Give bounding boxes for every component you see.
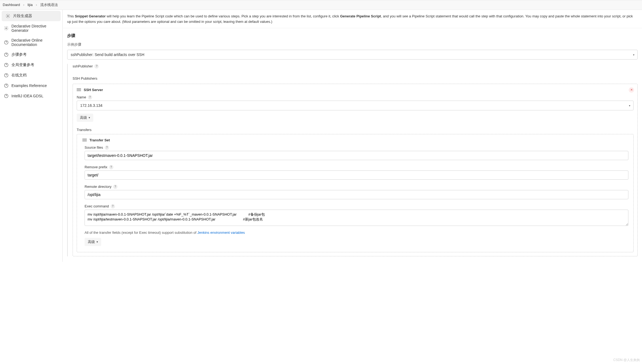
intro-text: This Snippet Generator will help you lea…	[63, 14, 642, 28]
name-label: Name	[77, 95, 86, 99]
env-vars-link[interactable]: Jenkins environment variables	[197, 231, 245, 235]
help-icon	[4, 40, 9, 45]
drag-handle-icon[interactable]	[77, 88, 81, 91]
breadcrumb: Dashboard › lijia › 流水线语法	[0, 0, 642, 10]
breadcrumb-dashboard[interactable]: Dashboard	[3, 3, 20, 7]
name-select[interactable]: 172.16.3.134	[77, 101, 634, 110]
remote-dir-label: Remote directory	[85, 185, 111, 189]
sidebar-item-label: 步骤参考	[11, 52, 27, 57]
help-icon[interactable]: ?	[105, 145, 109, 150]
sidebar-item-examples[interactable]: Examples Reference	[0, 80, 62, 91]
sidebar-item-directive-generator[interactable]: Declarative Directive Generator	[0, 21, 62, 35]
sshpublisher-title: sshPublisher ?	[73, 64, 99, 69]
chevron-down-icon: ▾	[97, 240, 98, 243]
help-icon[interactable]: ?	[94, 64, 99, 69]
sidebar: 片段生成器 Declarative Directive Generator De…	[0, 10, 63, 262]
help-icon[interactable]: ?	[113, 185, 117, 189]
chevron-right-icon: ›	[36, 3, 37, 7]
ssh-server-panel: ✕ SSH Server Name ? 172.16.3.134 ▾ 高级 ▾	[73, 84, 638, 256]
sidebar-item-online-docs[interactable]: Declarative Online Documentation	[0, 35, 62, 49]
remove-prefix-label: Remove prefix	[85, 165, 107, 169]
remote-dir-input[interactable]	[85, 190, 628, 199]
help-icon	[4, 73, 9, 78]
transfers-label: Transfers	[77, 128, 634, 132]
sidebar-item-label: IntelliJ IDEA GDSL	[11, 94, 44, 98]
sidebar-item-label: 全局变量参考	[11, 63, 34, 67]
advanced-button[interactable]: 高级 ▾	[77, 114, 93, 122]
breadcrumb-page[interactable]: 流水线语法	[40, 3, 58, 7]
advanced-button-transfer[interactable]: 高级 ▾	[85, 238, 101, 246]
remove-prefix-input[interactable]	[85, 170, 628, 180]
sidebar-item-online-doc-cn[interactable]: 在线文档	[0, 70, 62, 80]
gear-icon	[5, 14, 10, 18]
help-icon	[4, 94, 9, 98]
source-files-input[interactable]	[85, 151, 628, 160]
transfer-set-header: Transfer Set	[89, 138, 110, 142]
svg-point-1	[6, 28, 7, 29]
ssh-publishers-label: SSH Publishers	[73, 76, 97, 80]
help-icon	[4, 63, 9, 67]
transfer-set-panel: Transfer Set Source files ? Remove prefi…	[77, 134, 634, 252]
sidebar-item-snippet-generator[interactable]: 片段生成器	[2, 11, 61, 21]
chevron-down-icon: ▾	[89, 116, 90, 119]
help-icon	[4, 83, 9, 88]
sample-step-label: 示例步骤	[63, 41, 642, 48]
breadcrumb-project[interactable]: lijia	[27, 3, 33, 7]
transfer-note: All of the transfer fields (except for E…	[85, 231, 628, 235]
svg-point-0	[7, 15, 9, 17]
source-files-label: Source files	[85, 145, 103, 150]
help-icon[interactable]: ?	[88, 95, 92, 99]
sidebar-item-label: Examples Reference	[11, 83, 47, 88]
sidebar-item-step-ref[interactable]: 步骤参考	[0, 49, 62, 60]
help-icon[interactable]: ?	[109, 165, 113, 169]
sidebar-item-label: Declarative Directive Generator	[11, 24, 58, 33]
sample-step-select[interactable]: sshPublisher: Send build artifacts over …	[67, 50, 638, 60]
sidebar-item-label: Declarative Online Documentation	[11, 38, 58, 47]
close-icon[interactable]: ✕	[629, 87, 634, 93]
help-icon[interactable]: ?	[111, 204, 115, 209]
sidebar-item-global-vars[interactable]: 全局变量参考	[0, 60, 62, 70]
drag-handle-icon[interactable]	[82, 139, 87, 141]
sidebar-item-label: 在线文档	[11, 73, 27, 78]
sidebar-item-intellij-gdsl[interactable]: IntelliJ IDEA GDSL	[0, 91, 62, 101]
sidebar-item-label: 片段生成器	[13, 14, 32, 18]
help-icon	[4, 52, 9, 57]
ssh-server-header: SSH Server	[84, 88, 103, 92]
chevron-right-icon: ›	[23, 3, 24, 7]
gear-icon	[4, 26, 9, 31]
exec-command-input[interactable]	[85, 210, 628, 226]
steps-heading: 步骤	[63, 28, 642, 41]
exec-command-label: Exec command	[85, 204, 109, 208]
